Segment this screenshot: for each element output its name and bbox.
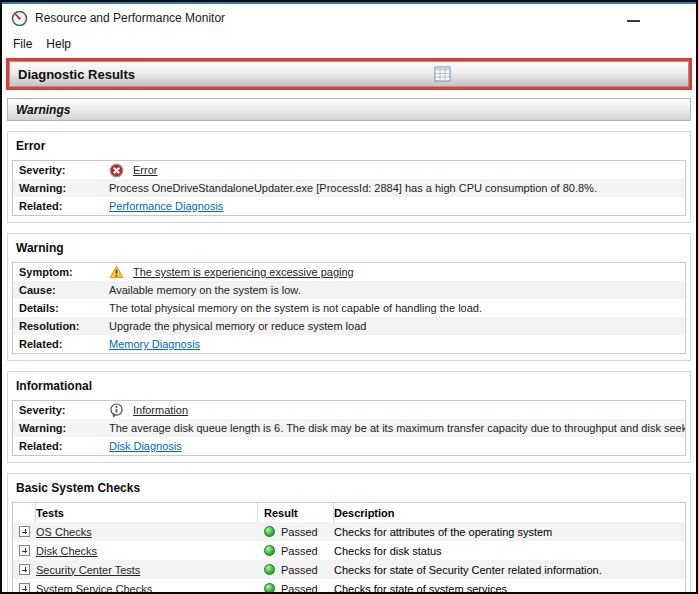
passed-status-icon <box>264 583 275 592</box>
diagnostic-results-header: Diagnostic Results <box>9 61 689 87</box>
expand-icon[interactable] <box>19 583 30 592</box>
symptom-row: Symptom: The system is experiencing exce… <box>13 263 685 281</box>
error-icon <box>109 163 124 178</box>
warning-detail-table: Symptom: The system is experiencing exce… <box>12 262 686 354</box>
details-text: The total physical memory on the system … <box>109 302 685 314</box>
warning-label: Warning: <box>13 182 109 194</box>
passed-status-icon <box>264 545 275 556</box>
basic-system-checks-title: Basic System Checks <box>16 481 686 495</box>
informational-section-title: Informational <box>16 379 686 393</box>
error-detail-table: Severity: Error Warning: Process OneDriv… <box>12 160 686 216</box>
expand-column-header <box>13 503 36 522</box>
table-grid-icon[interactable] <box>434 66 452 83</box>
warning-row: Warning: Process OneDriveStandaloneUpdat… <box>13 179 685 197</box>
informational-detail-table: Severity: Information Warning: The avera… <box>12 400 686 456</box>
screenshot-frame: Resource and Performance Monitor File He… <box>0 0 698 594</box>
expand-icon[interactable] <box>19 545 30 556</box>
related-row: Related: Memory Diagnosis <box>13 335 685 353</box>
diagnostic-results-title: Diagnostic Results <box>10 67 135 82</box>
symptom-label: Symptom: <box>13 266 109 278</box>
information-icon <box>109 403 124 418</box>
menu-bar: File Help <box>2 32 696 56</box>
related-label: Related: <box>13 440 109 452</box>
cause-text: Available memory on the system is low. <box>109 284 685 296</box>
disk-diagnosis-link[interactable]: Disk Diagnosis <box>109 440 182 452</box>
related-row: Related: Disk Diagnosis <box>13 437 685 455</box>
symptom-link[interactable]: The system is experiencing excessive pag… <box>133 266 354 278</box>
menu-file[interactable]: File <box>6 34 39 54</box>
warnings-title: Warnings <box>8 103 70 117</box>
description-value: Checks for state of Security Center rela… <box>334 560 685 579</box>
table-row-disk-checks: Disk Checks Passed Checks for disk statu… <box>13 541 685 560</box>
warning-section: Warning Symptom: The system is experienc… <box>7 233 691 361</box>
related-label: Related: <box>13 338 109 350</box>
tests-column-header: Tests <box>36 503 258 522</box>
severity-row: Severity: Error <box>13 161 685 179</box>
error-warning-text: Process OneDriveStandaloneUpdater.exe [P… <box>109 182 685 194</box>
warning-row: Warning: The average disk queue length i… <box>13 419 685 437</box>
table-row-security-center-tests: Security Center Tests Passed Checks for … <box>13 560 685 579</box>
disk-checks-link[interactable]: Disk Checks <box>36 545 97 557</box>
os-checks-link[interactable]: OS Checks <box>36 526 92 538</box>
warning-section-title: Warning <box>16 241 686 255</box>
warnings-section-bar: Warnings <box>7 98 691 121</box>
security-center-tests-link[interactable]: Security Center Tests <box>36 564 140 576</box>
expand-icon[interactable] <box>19 564 30 575</box>
minimize-icon <box>627 20 640 22</box>
checks-table: Tests Result Description OS Checks Passe… <box>12 502 686 592</box>
result-value: Passed <box>281 583 318 593</box>
app-window: Resource and Performance Monitor File He… <box>2 2 696 592</box>
informational-warning-text: The average disk queue length is 6. The … <box>109 422 685 434</box>
description-value: Checks for disk status <box>334 541 685 560</box>
result-value: Passed <box>281 545 318 557</box>
memory-diagnosis-link[interactable]: Memory Diagnosis <box>109 338 200 350</box>
checks-table-header: Tests Result Description <box>13 503 685 522</box>
cause-label: Cause: <box>13 284 109 296</box>
title-bar: Resource and Performance Monitor <box>2 4 696 32</box>
system-service-checks-link[interactable]: System Service Checks <box>36 583 152 593</box>
expand-icon[interactable] <box>19 526 30 537</box>
resolution-row: Resolution: Upgrade the physical memory … <box>13 317 685 335</box>
details-label: Details: <box>13 302 109 314</box>
information-severity-link[interactable]: Information <box>133 404 188 416</box>
description-value: Checks for attributes of the operating s… <box>334 522 685 541</box>
result-value: Passed <box>281 564 318 576</box>
menu-help[interactable]: Help <box>39 34 78 54</box>
warning-label: Warning: <box>13 422 109 434</box>
informational-section: Informational Severity: Information Warn… <box>7 371 691 463</box>
error-section-title: Error <box>16 139 686 153</box>
cause-row: Cause: Available memory on the system is… <box>13 281 685 299</box>
description-column-header: Description <box>334 503 685 522</box>
related-label: Related: <box>13 200 109 212</box>
description-value: Checks for state of system services <box>334 579 685 592</box>
error-section: Error Severity: Error Warning: Process O… <box>7 131 691 223</box>
error-severity-link[interactable]: Error <box>133 164 157 176</box>
table-row-os-checks: OS Checks Passed Checks for attributes o… <box>13 522 685 541</box>
resolution-text: Upgrade the physical memory or reduce sy… <box>109 320 685 332</box>
severity-label: Severity: <box>13 164 109 176</box>
severity-label: Severity: <box>13 404 109 416</box>
resolution-label: Resolution: <box>13 320 109 332</box>
basic-system-checks-section: Basic System Checks Tests Result Descrip… <box>7 473 691 592</box>
result-value: Passed <box>281 526 318 538</box>
warning-triangle-icon <box>109 265 124 279</box>
passed-status-icon <box>264 564 275 575</box>
details-row: Details: The total physical memory on th… <box>13 299 685 317</box>
passed-status-icon <box>264 526 275 537</box>
window-title: Resource and Performance Monitor <box>35 11 225 25</box>
related-row: Related: Performance Diagnosis <box>13 197 685 215</box>
severity-row: Severity: Information <box>13 401 685 419</box>
minimize-button[interactable] <box>622 10 644 26</box>
diagnostic-results-highlight: Diagnostic Results <box>6 58 692 90</box>
table-row-system-service-checks: System Service Checks Passed Checks for … <box>13 579 685 592</box>
resource-monitor-icon <box>11 10 28 27</box>
result-column-header: Result <box>258 503 334 522</box>
performance-diagnosis-link[interactable]: Performance Diagnosis <box>109 200 223 212</box>
